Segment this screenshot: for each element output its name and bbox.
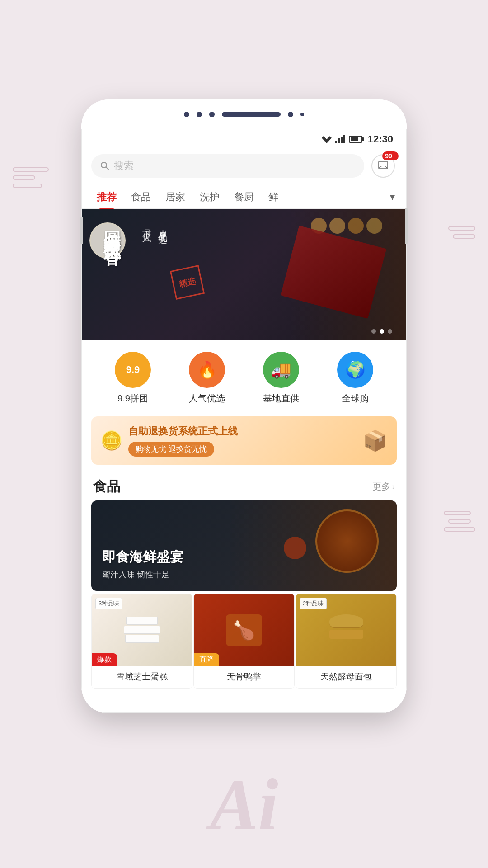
quick-item-renqi[interactable]: 🔥 人气优选 [189,352,225,405]
promo-banner[interactable]: 🪙 自助退换货系统正式上线 购物无忧 退换货无忧 📦 [91,416,397,465]
quick-icon-quanqiu: 🌍 [337,352,373,388]
phone-screen: 12:30 搜索 99+ [81,129,407,693]
svg-rect-3 [341,137,343,143]
food-banner[interactable]: 即食海鲜盛宴 蜜汁入味 韧性十足 [91,500,397,591]
status-bar: 12:30 [82,129,406,148]
phone-side-button-right [405,208,408,244]
banner-main-text: 圆满中秋汇百香 [100,218,123,237]
svg-rect-1 [335,141,337,143]
product-badge-duck: 直降 [194,653,219,666]
sensor-dot-5 [300,113,304,116]
product-img-cake: 3种品味 爆款 [92,594,192,666]
svg-point-5 [101,162,107,168]
svg-line-6 [106,167,109,170]
food-section-header: 食品 更多 › [82,470,406,500]
pintuan-price-text: 9.9 [126,364,140,376]
food-banner-title: 即食海鲜盛宴 [102,548,183,566]
product-name-duck: 无骨鸭掌 [194,666,294,688]
phone-bottom [81,693,407,713]
sensor-dot-3 [209,112,215,117]
quick-access: 9.9 9.9拼团 🔥 人气优选 🚚 基地直供 🌍 全球购 [82,340,406,416]
battery-icon [349,136,362,143]
promo-subtitle: 购物无忧 退换货无忧 [128,442,214,457]
product-card-duck[interactable]: 🍗 直降 无骨鸭掌 [193,594,295,689]
product-variety-badge-bread: 2种品味 [300,598,327,609]
quick-icon-renqi: 🔥 [189,352,225,388]
cat-item-canchu[interactable]: 餐厨 [227,186,261,208]
chevron-down-icon: ▾ [390,191,395,203]
chevron-right-icon: › [392,482,395,491]
cat-item-xian[interactable]: 鲜 [261,186,286,208]
phone-sensors [81,99,407,129]
search-bar: 搜索 99+ [82,148,406,184]
cat-item-shipin[interactable]: 食品 [124,186,158,208]
product-img-duck: 🍗 直降 [194,594,294,666]
phone-frame: 12:30 搜索 99+ [81,99,407,713]
banner-sub-text1: 月下佳人 [141,222,153,228]
promo-text-block: 自助退换货系统正式上线 购物无忧 退换货无忧 [128,425,357,457]
promo-box-icon: 📦 [363,429,388,453]
sensor-bar [222,112,281,117]
category-nav: 推荐 食品 居家 洗护 餐厨 鲜 ▾ [82,184,406,209]
product-badge-cake: 爆款 [92,653,117,666]
quick-icon-jidi: 🚚 [263,352,299,388]
quick-item-quanqiu[interactable]: 🌍 全球购 [337,352,373,405]
cat-item-jujia[interactable]: 居家 [158,186,192,208]
seafood-bowl [315,509,379,573]
promo-title: 自助退换货系统正式上线 [128,425,357,438]
svg-rect-2 [338,138,340,143]
product-name-bread: 天然酵母面包 [296,666,396,688]
sensor-dot-4 [288,112,293,117]
quick-label-quanqiu: 全球购 [342,392,369,405]
status-time: 12:30 [368,133,393,145]
promo-coin-icon: 🪙 [100,430,123,451]
banner[interactable]: 圆满中秋汇百香 月下佳人 岁岁品优选 精选 [82,209,406,340]
food-banner-sub: 蜜汁入味 韧性十足 [102,569,183,580]
signal-icon [335,135,345,143]
sauce-dishes [284,537,306,559]
search-icon [100,161,109,170]
cat-item-tuijian[interactable]: 推荐 [89,186,124,208]
product-img-bread: 2种品味 [296,594,396,666]
banner-stamp: 精选 [170,265,205,300]
ai-text: Ai [210,763,278,847]
quick-label-jidi: 基地直供 [263,392,299,405]
banner-dots [371,329,392,334]
deco-lines-right-bottom [444,511,475,535]
ai-badge-area: Ai [176,741,312,868]
food-banner-text: 即食海鲜盛宴 蜜汁入味 韧性十足 [102,548,183,580]
quick-label-pintuan: 9.9拼团 [117,392,148,405]
product-card-cake[interactable]: 3种品味 爆款 雪域芝士蛋糕 [91,594,192,689]
wifi-icon [322,135,332,143]
cat-more-button[interactable]: ▾ [386,187,399,208]
food-section-more[interactable]: 更多 › [372,481,395,493]
product-card-bread[interactable]: 2种品味 天然酵母面包 [296,594,397,689]
quick-item-jidi[interactable]: 🚚 基地直供 [263,352,299,405]
notification-count-badge: 99+ [382,151,399,160]
phone-side-button-left [80,217,83,244]
more-label: 更多 [372,481,390,493]
product-name-cake: 雪域芝士蛋糕 [92,666,192,688]
svg-rect-4 [343,135,345,143]
search-placeholder-text[interactable]: 搜索 [114,159,134,173]
deco-lines-right-top [448,226,475,242]
sensor-dot-2 [197,112,202,117]
quick-label-renqi: 人气优选 [189,392,225,405]
food-section-title: 食品 [93,477,120,496]
search-input-wrapper[interactable]: 搜索 [91,154,364,178]
svg-marker-0 [322,136,332,143]
banner-sub-text2: 岁岁品优选 [157,222,169,229]
product-grid: 3种品味 爆款 雪域芝士蛋糕 🍗 直降 [82,591,406,693]
banner-tea-set [311,218,392,234]
quick-icon-pintuan: 9.9 [115,352,151,388]
deco-lines-left [13,167,49,192]
notification-button[interactable]: 99+ [370,152,397,179]
quick-item-pintuan[interactable]: 9.9 9.9拼团 [115,352,151,405]
sensor-dot-1 [184,112,189,117]
cat-item-xihu[interactable]: 洗护 [192,186,227,208]
product-variety-badge-cake: 3种品味 [95,598,122,609]
message-icon [378,161,389,171]
